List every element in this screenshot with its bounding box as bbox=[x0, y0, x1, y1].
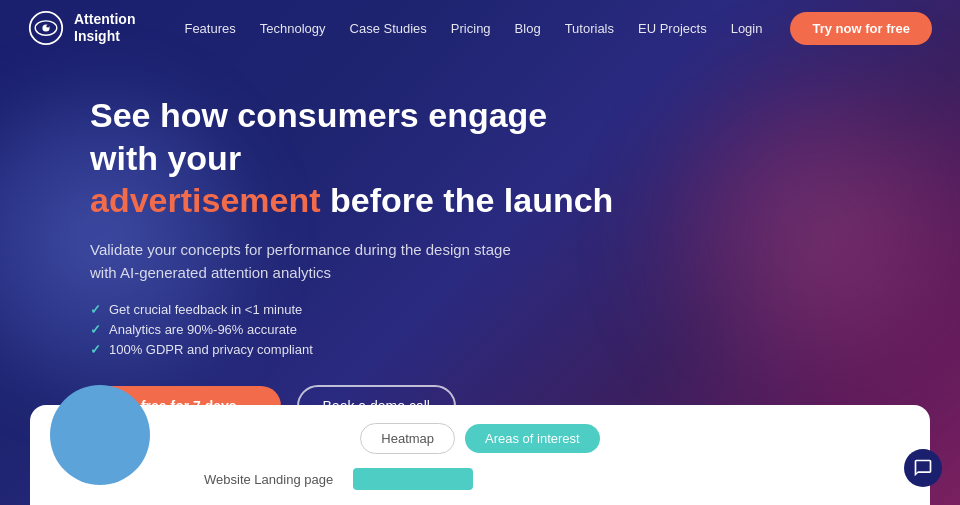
nav-login[interactable]: Login bbox=[731, 21, 763, 36]
svg-point-3 bbox=[46, 25, 49, 28]
nav-technology[interactable]: Technology bbox=[260, 21, 326, 36]
nav-links: Features Technology Case Studies Pricing… bbox=[184, 19, 762, 37]
hero-subtitle: Validate your concepts for performance d… bbox=[90, 238, 520, 285]
hero-features-list: ✓ Get crucial feedback in <1 minute ✓ An… bbox=[90, 302, 620, 357]
card-row-label: Website Landing page bbox=[204, 472, 333, 487]
nav-eu-projects[interactable]: EU Projects bbox=[638, 21, 707, 36]
check-icon-3: ✓ bbox=[90, 342, 101, 357]
nav-features[interactable]: Features bbox=[184, 21, 235, 36]
hero-section: See how consumers engage with your adver… bbox=[0, 56, 620, 427]
card-tabs: Heatmap Areas of interest bbox=[54, 423, 906, 454]
try-now-button[interactable]: Try now for free bbox=[790, 12, 932, 45]
tab-heatmap[interactable]: Heatmap bbox=[360, 423, 455, 454]
hero-title: See how consumers engage with your adver… bbox=[90, 94, 620, 222]
logo-icon bbox=[28, 10, 64, 46]
brand-name: Attention Insight bbox=[74, 11, 135, 45]
feature-item-1: ✓ Get crucial feedback in <1 minute bbox=[90, 302, 620, 317]
chat-bubble-button[interactable] bbox=[904, 449, 942, 487]
card-bar bbox=[353, 468, 473, 490]
decorative-circle bbox=[50, 385, 150, 485]
navbar: Attention Insight Features Technology Ca… bbox=[0, 0, 960, 56]
feature-item-2: ✓ Analytics are 90%-96% accurate bbox=[90, 322, 620, 337]
logo-link[interactable]: Attention Insight bbox=[28, 10, 135, 46]
check-icon-2: ✓ bbox=[90, 322, 101, 337]
check-icon-1: ✓ bbox=[90, 302, 101, 317]
nav-tutorials[interactable]: Tutorials bbox=[565, 21, 614, 36]
nav-pricing[interactable]: Pricing bbox=[451, 21, 491, 36]
nav-blog[interactable]: Blog bbox=[515, 21, 541, 36]
chat-icon bbox=[913, 458, 933, 478]
feature-item-3: ✓ 100% GDPR and privacy compliant bbox=[90, 342, 620, 357]
card-content-row: Website Landing page bbox=[54, 468, 906, 490]
hero-title-highlight: advertisement bbox=[90, 181, 321, 219]
tab-areas-of-interest[interactable]: Areas of interest bbox=[465, 424, 600, 453]
preview-card: Heatmap Areas of interest Website Landin… bbox=[30, 405, 930, 505]
nav-case-studies[interactable]: Case Studies bbox=[350, 21, 427, 36]
